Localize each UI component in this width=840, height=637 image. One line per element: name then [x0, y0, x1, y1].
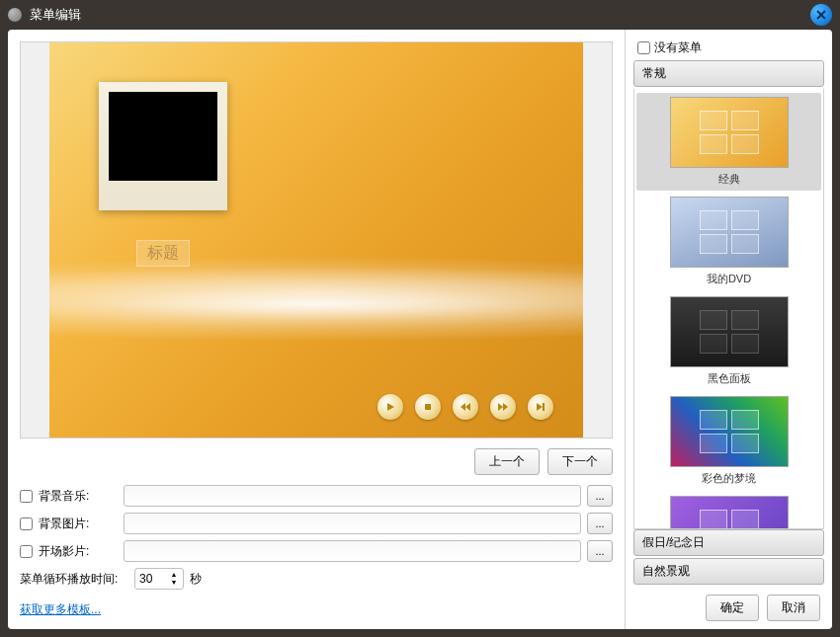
- app-icon: [8, 8, 22, 22]
- bgimg-row: 背景图片: ...: [20, 513, 613, 534]
- forward-button[interactable]: [490, 394, 516, 420]
- template-list[interactable]: 经典我的DVD黑色面板彩色的梦境: [633, 89, 824, 529]
- template-item[interactable]: 彩色的梦境: [636, 392, 821, 490]
- settings-form: 背景音乐: ... 背景图片: ... 开场影片: ... 菜: [20, 485, 613, 618]
- bgm-row: 背景音乐: ...: [20, 485, 613, 507]
- more-templates-link[interactable]: 获取更多模板...: [20, 601, 613, 618]
- play-icon: [384, 401, 396, 413]
- template-name: 我的DVD: [642, 272, 815, 286]
- no-menu-checkbox[interactable]: [637, 41, 650, 54]
- bgimg-input[interactable]: [124, 513, 581, 534]
- nav-row: 上一个 下一个: [20, 438, 613, 485]
- ok-button[interactable]: 确定: [706, 595, 759, 621]
- bgm-input[interactable]: [124, 485, 581, 507]
- no-menu-label: 没有菜单: [654, 40, 702, 56]
- loop-spinner[interactable]: 30 ▲ ▼: [134, 568, 184, 590]
- titlebar: 菜单编辑: [0, 0, 840, 30]
- rewind-button[interactable]: [453, 394, 478, 420]
- stop-icon: [422, 401, 434, 413]
- loop-value: 30: [139, 572, 152, 586]
- intro-browse-button[interactable]: ...: [587, 540, 613, 562]
- loop-label: 菜单循环播放时间:: [20, 571, 128, 588]
- forward-icon: [497, 401, 509, 413]
- prev-button[interactable]: 上一个: [474, 448, 540, 475]
- next-button[interactable]: 下一个: [547, 448, 613, 475]
- bgimg-checkbox[interactable]: [20, 518, 33, 530]
- menu-preview-canvas[interactable]: 标题: [49, 42, 583, 438]
- spin-up-icon[interactable]: ▲: [169, 571, 179, 579]
- template-item[interactable]: 经典: [636, 93, 821, 191]
- left-pane: 标题 上一个 下一个 背景音乐:: [8, 30, 625, 629]
- intro-label: 开场影片:: [39, 543, 118, 560]
- template-thumb: [670, 97, 789, 168]
- loop-row: 菜单循环播放时间: 30 ▲ ▼ 秒: [20, 568, 613, 590]
- template-name: 经典: [642, 172, 815, 187]
- template-item[interactable]: 黑色面板: [636, 292, 821, 390]
- bgm-checkbox[interactable]: [20, 490, 33, 503]
- skip-icon: [535, 401, 546, 413]
- intro-row: 开场影片: ...: [20, 540, 613, 562]
- intro-input[interactable]: [124, 540, 581, 562]
- slide-thumbnail: [109, 92, 217, 181]
- loop-unit: 秒: [190, 571, 202, 588]
- svg-rect-0: [425, 404, 431, 410]
- bgimg-browse-button[interactable]: ...: [587, 513, 613, 534]
- template-item[interactable]: 我的DVD: [636, 193, 821, 290]
- spin-down-icon[interactable]: ▼: [169, 579, 179, 587]
- preview-area: 标题: [20, 41, 613, 438]
- rewind-icon: [460, 401, 471, 413]
- menu-editor-window: 菜单编辑 标题: [0, 0, 840, 637]
- bgimg-label: 背景图片:: [39, 516, 118, 532]
- title-placeholder[interactable]: 标题: [136, 240, 190, 267]
- template-thumb: [670, 197, 789, 268]
- bgm-browse-button[interactable]: ...: [587, 485, 613, 507]
- window-body: 标题 上一个 下一个 背景音乐:: [8, 30, 832, 629]
- template-name: 黑色面板: [642, 371, 815, 386]
- play-button[interactable]: [378, 394, 403, 420]
- window-title: 菜单编辑: [30, 6, 810, 24]
- stop-button[interactable]: [415, 394, 441, 420]
- footer-buttons: 确定 取消: [633, 587, 824, 621]
- svg-rect-1: [543, 403, 545, 411]
- template-thumb: [670, 396, 789, 467]
- slide-frame[interactable]: [99, 82, 227, 210]
- section-general[interactable]: 常规: [633, 60, 824, 87]
- template-name: 彩色的梦境: [642, 471, 815, 486]
- section-holiday[interactable]: 假日/纪念日: [633, 529, 824, 556]
- right-pane: 没有菜单 常规 经典我的DVD黑色面板彩色的梦境 假日/纪念日 自然景观 确定 …: [625, 30, 832, 629]
- template-thumb: [670, 496, 789, 529]
- cancel-button[interactable]: 取消: [767, 595, 820, 621]
- template-thumb: [670, 296, 789, 367]
- bgm-label: 背景音乐:: [39, 488, 118, 505]
- close-icon: [815, 9, 827, 21]
- template-item[interactable]: [636, 492, 821, 529]
- playback-controls: [378, 394, 553, 420]
- section-nature[interactable]: 自然景观: [633, 558, 824, 585]
- close-button[interactable]: [810, 4, 832, 26]
- next-button[interactable]: [528, 394, 553, 420]
- no-menu-row: 没有菜单: [633, 40, 824, 56]
- intro-checkbox[interactable]: [20, 545, 33, 558]
